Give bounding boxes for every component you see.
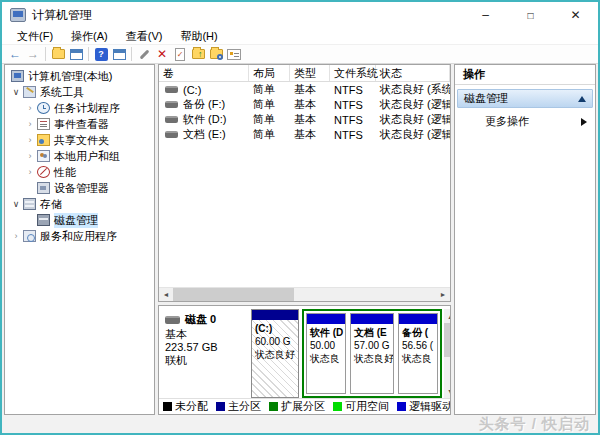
explore-folder-icon[interactable] xyxy=(207,46,225,62)
disk-management-section-header[interactable]: 磁盘管理 xyxy=(457,89,593,108)
disk-graphical-pane: 磁盘 0 基本 223.57 GB 联机 (C:) 60.00 G 状态良好 xyxy=(158,305,451,415)
vertical-scrollbar[interactable]: ▲ ▼ xyxy=(444,309,450,398)
services-icon xyxy=(23,230,36,242)
column-header-filesystem[interactable]: 文件系统 xyxy=(330,65,376,81)
primary-partition-color-bar xyxy=(252,310,298,320)
scrollbar-thumb[interactable] xyxy=(444,323,450,357)
folder-up-icon[interactable]: ↑ xyxy=(189,46,207,62)
tree-item-services-applications[interactable]: › 服务和应用程序 xyxy=(5,228,154,244)
toolbar-separator xyxy=(88,47,89,61)
tree-item-system-tools[interactable]: ∨ 系统工具 xyxy=(5,84,154,100)
column-header-volume[interactable]: 卷 xyxy=(159,65,249,81)
logical-drive-color-bar xyxy=(307,314,345,324)
system-tools-icon xyxy=(23,86,36,98)
menu-action[interactable]: 操作(A) xyxy=(62,28,117,45)
chevron-right-icon[interactable]: › xyxy=(25,103,35,113)
scroll-left-icon[interactable]: ◄ xyxy=(159,288,173,302)
menu-file[interactable]: 文件(F) xyxy=(8,28,62,45)
tree-item-local-users-groups[interactable]: › 本地用户和组 xyxy=(5,148,154,164)
legend-item: 逻辑驱动器 xyxy=(397,399,450,414)
tree-item-computer-management[interactable]: 计算机管理(本地) xyxy=(5,68,154,84)
chevron-right-icon[interactable]: › xyxy=(11,231,21,241)
chevron-right-icon[interactable]: › xyxy=(25,135,35,145)
scrollbar-thumb[interactable] xyxy=(173,288,294,301)
tree-item-performance[interactable]: › 性能 xyxy=(5,164,154,180)
legend-item: 可用空间 xyxy=(333,399,389,414)
table-row[interactable]: 备份 (F:) 简单 基本 NTFS 状态良好 (逻辑驱动器) xyxy=(159,97,450,112)
maximize-button[interactable]: □ xyxy=(508,2,553,28)
tree-item-task-scheduler[interactable]: › 任务计划程序 xyxy=(5,100,154,116)
chevron-down-icon[interactable]: ∨ xyxy=(11,87,21,97)
legend-swatch xyxy=(216,402,225,411)
tree-item-device-manager[interactable]: 设备管理器 xyxy=(5,180,154,196)
partition-strip: (C:) 60.00 G 状态良好 软件 (D 50.00 xyxy=(251,309,442,398)
menu-view[interactable]: 查看(V) xyxy=(117,28,172,45)
legend-item: 主分区 xyxy=(216,399,261,414)
chevron-right-icon[interactable]: › xyxy=(25,119,35,129)
minimize-button[interactable]: – xyxy=(463,2,508,28)
action-pane-toggle-icon[interactable] xyxy=(110,46,128,62)
scroll-right-icon[interactable]: ► xyxy=(436,288,450,302)
column-header-status[interactable]: 状态 xyxy=(376,65,450,81)
chevron-down-icon[interactable]: ∨ xyxy=(11,199,21,209)
performance-icon xyxy=(37,166,50,178)
volume-icon xyxy=(165,131,178,138)
volume-icon xyxy=(165,101,178,108)
pointer-action-icon[interactable] xyxy=(135,46,153,62)
actions-pane-title: 操作 xyxy=(455,65,595,85)
partition-d[interactable]: 软件 (D 50.00 状态良 xyxy=(306,313,346,394)
event-viewer-icon xyxy=(37,118,50,130)
tree-item-shared-folders[interactable]: › 共享文件夹 xyxy=(5,132,154,148)
column-header-layout[interactable]: 布局 xyxy=(249,65,290,81)
delete-volume-icon[interactable]: ✕ xyxy=(153,46,171,62)
chevron-right-icon[interactable]: › xyxy=(25,167,35,177)
help-icon[interactable]: ? xyxy=(92,46,110,62)
shared-folders-icon xyxy=(37,134,50,146)
users-icon xyxy=(37,150,50,162)
scroll-up-icon[interactable]: ▲ xyxy=(444,309,451,323)
menu-help[interactable]: 帮助(H) xyxy=(171,28,226,45)
table-row[interactable]: (C:) 简单 基本 NTFS 状态良好 (系统, 启动, 页面文 xyxy=(159,82,450,97)
table-row[interactable]: 文档 (E:) 简单 基本 NTFS 状态良好 (逻辑驱动器) xyxy=(159,127,450,142)
toolbar-separator xyxy=(45,47,46,61)
horizontal-scrollbar[interactable]: ◄ ► xyxy=(159,287,450,301)
legend-swatch xyxy=(333,402,342,411)
more-actions-item[interactable]: 更多操作 xyxy=(455,112,595,131)
forward-icon[interactable]: → xyxy=(24,46,42,62)
screenshot-frame: 计算机管理 – □ ✕ 文件(F) 操作(A) 查看(V) 帮助(H) ← → … xyxy=(0,0,600,435)
collapse-icon[interactable] xyxy=(578,96,586,102)
disk0-info[interactable]: 磁盘 0 基本 223.57 GB 联机 xyxy=(163,309,251,398)
console-tree-toggle-icon[interactable] xyxy=(49,46,67,62)
disk0-status: 联机 xyxy=(165,354,249,367)
partition-f[interactable]: 备份 ( 56.56 ( 状态良 xyxy=(398,313,438,394)
partition-e[interactable]: 文档 (E 57.00 G 状态良好 xyxy=(350,313,394,394)
partition-c[interactable]: (C:) 60.00 G 状态良好 xyxy=(251,309,299,398)
toolbar-separator xyxy=(131,47,132,61)
tree-item-event-viewer[interactable]: › 事件查看器 xyxy=(5,116,154,132)
tree-item-disk-management[interactable]: 磁盘管理 xyxy=(5,212,154,228)
watermark-text: 头条号 / 快启动 xyxy=(478,415,590,434)
legend-item: 扩展分区 xyxy=(269,399,325,414)
back-icon[interactable]: ← xyxy=(6,46,24,62)
volume-table: 卷 布局 类型 文件系统 状态 (C:) 简单 基本 NTFS 状态良好 (系统… xyxy=(159,65,450,287)
tree-item-storage[interactable]: ∨ 存储 xyxy=(5,196,154,212)
chevron-right-icon[interactable]: › xyxy=(25,151,35,161)
volume-icon xyxy=(165,86,178,93)
task-scheduler-icon xyxy=(37,102,50,114)
show-window-icon[interactable] xyxy=(67,46,85,62)
column-header-type[interactable]: 类型 xyxy=(290,65,330,81)
center-panes: 卷 布局 类型 文件系统 状态 (C:) 简单 基本 NTFS 状态良好 (系统… xyxy=(158,64,451,415)
disk0-size: 223.57 GB xyxy=(165,341,249,354)
close-button[interactable]: ✕ xyxy=(553,2,598,28)
disk-management-icon xyxy=(37,214,50,226)
submenu-arrow-icon xyxy=(581,118,587,126)
table-row[interactable]: 软件 (D:) 简单 基本 NTFS 状态良好 (逻辑驱动器) xyxy=(159,112,450,127)
properties-icon[interactable] xyxy=(225,46,243,62)
storage-icon xyxy=(23,198,36,210)
console-tree: 计算机管理(本地) ∨ 系统工具 › 任务计划程序 › 事件查看器 › 共享文件… xyxy=(4,64,155,415)
volume-table-header: 卷 布局 类型 文件系统 状态 xyxy=(159,65,450,82)
main-area: 计算机管理(本地) ∨ 系统工具 › 任务计划程序 › 事件查看器 › 共享文件… xyxy=(2,64,598,415)
scroll-down-icon[interactable]: ▼ xyxy=(444,384,451,398)
check-document-icon[interactable]: ✓ xyxy=(171,46,189,62)
title-bar: 计算机管理 – □ ✕ xyxy=(2,2,598,28)
